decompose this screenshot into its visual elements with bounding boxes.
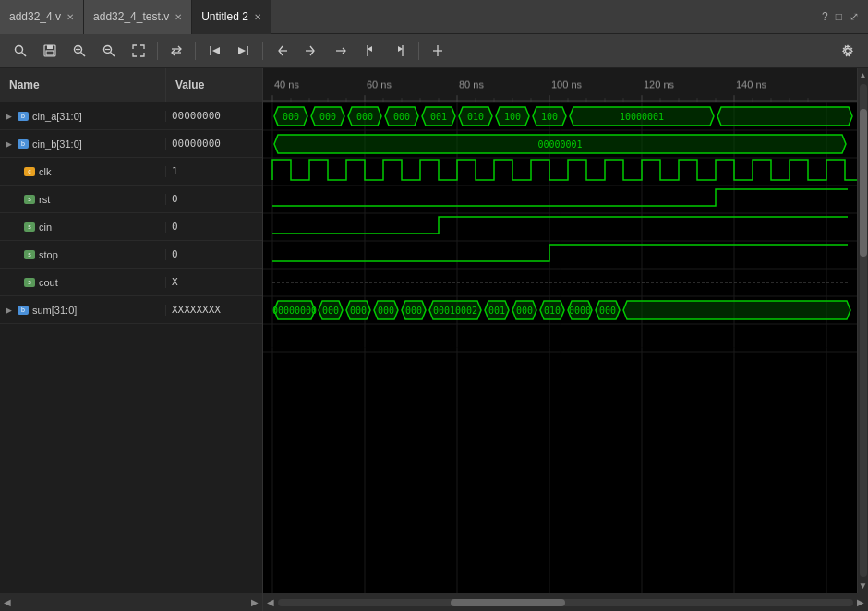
svg-marker-15 [238, 47, 246, 54]
tab-label: add32_4.v [9, 10, 61, 23]
svg-line-6 [81, 53, 86, 57]
scrollbar-area: ◀ ▶ ◀ ▶ [0, 593, 868, 611]
settings-button[interactable] [835, 38, 861, 64]
main-area: Name Value ▶ b cin_a[31:0] 00000000 ▶ [0, 68, 868, 593]
signal-name-cout: s cout [0, 277, 166, 288]
save-button[interactable] [37, 38, 63, 64]
scroll-right-arrow-1[interactable]: ▶ [251, 597, 259, 607]
step-next-button[interactable] [328, 38, 354, 64]
restore-icon[interactable]: □ [836, 10, 842, 23]
signal-row-sum[interactable]: ▶ b sum[31:0] XXXXXXXX [0, 296, 262, 324]
scroll-right-arrow-2[interactable]: ▶ [857, 597, 864, 607]
signal-row-cin-a[interactable]: ▶ b cin_a[31:0] 00000000 [0, 102, 262, 130]
sig-icon: s [24, 195, 35, 204]
svg-point-23 [846, 49, 850, 54]
signal-name-rst: s rst [0, 194, 166, 205]
clk-icon: c [24, 167, 35, 176]
signal-rows: ▶ b cin_a[31:0] 00000000 ▶ b cin_b[31:0]… [0, 102, 262, 593]
signal-name-clk: c clk [0, 166, 166, 177]
toolbar [0, 34, 868, 68]
signal-value-cin-b: 00000000 [166, 138, 262, 150]
signal-value-rst: 0 [166, 193, 262, 205]
sep2 [195, 42, 196, 60]
tab-close-add32-4[interactable]: ✕ [66, 12, 74, 22]
sig-icon: s [24, 278, 35, 287]
tab-close-add32-4-test[interactable]: ✕ [175, 12, 182, 22]
window-controls: ? □ ⤢ [822, 10, 868, 23]
scroll-up-arrow[interactable]: ▲ [857, 68, 868, 82]
svg-line-10 [111, 53, 115, 57]
tab-add32-4[interactable]: add32_4.v ✕ [0, 0, 84, 34]
signal-header: Name Value [0, 68, 262, 102]
tab-close-untitled2[interactable]: ✕ [254, 12, 261, 22]
help-icon[interactable]: ? [822, 10, 828, 23]
marker1-button[interactable] [357, 38, 383, 64]
signal-row-rst[interactable]: s rst 0 [0, 186, 262, 213]
scroll-left-arrow-1[interactable]: ◀ [4, 597, 11, 607]
expand-arrow[interactable]: ▶ [6, 139, 12, 149]
signal-value-cin: 0 [166, 221, 262, 233]
signal-row-cout[interactable]: s cout X [0, 269, 262, 296]
scroll-left-arrow-2[interactable]: ◀ [267, 597, 274, 607]
svg-marker-13 [212, 47, 220, 54]
tab-label: Untitled 2 [201, 10, 248, 23]
vertical-scrollbar[interactable]: ▲ ▼ [857, 68, 868, 593]
signal-panel: Name Value ▶ b cin_a[31:0] 00000000 ▶ [0, 68, 263, 593]
bus-icon: b [18, 139, 29, 149]
signal-row-cin-b[interactable]: ▶ b cin_b[31:0] 00000000 [0, 130, 262, 158]
signal-label: rst [39, 194, 50, 205]
svg-point-0 [16, 46, 23, 54]
sig-icon: s [24, 222, 35, 232]
zoom-in-button[interactable] [66, 38, 92, 64]
svg-rect-4 [46, 51, 54, 55]
signal-header-value: Value [166, 68, 262, 102]
signal-name-cin-a: ▶ b cin_a[31:0] [0, 111, 166, 122]
expand-arrow[interactable]: ▶ [6, 306, 12, 315]
signal-value-clk: 1 [166, 165, 262, 177]
fit-button[interactable] [126, 38, 151, 64]
scrollbar-left: ◀ ▶ [0, 593, 263, 611]
scrollbar-right: ◀ ▶ [263, 593, 868, 611]
signal-row-cin[interactable]: s cin 0 [0, 213, 262, 241]
zoom-out-button[interactable] [96, 38, 122, 64]
signal-row-clk[interactable]: c clk 1 [0, 158, 262, 186]
scroll-down-arrow[interactable]: ▼ [857, 579, 868, 593]
scroll-v-thumb[interactable] [860, 109, 867, 257]
marker2-button[interactable] [387, 38, 413, 64]
waveform-panel: ▲ ▼ [263, 68, 868, 593]
signal-value-sum: XXXXXXXX [166, 304, 262, 316]
maximize-icon[interactable]: ⤢ [850, 10, 859, 23]
search-button[interactable] [7, 38, 33, 64]
titlebar: add32_4.v ✕ add32_4_test.v ✕ Untitled 2 … [0, 0, 868, 34]
step-out-button[interactable] [269, 38, 295, 64]
sep3 [262, 42, 263, 60]
scroll-v-track [860, 84, 867, 577]
svg-rect-3 [47, 45, 53, 49]
sig-icon: s [24, 250, 35, 259]
bus-icon: b [18, 112, 29, 121]
signal-label: clk [39, 166, 51, 177]
waveform-area [263, 102, 857, 593]
signal-value-cin-a: 00000000 [166, 110, 262, 122]
signal-label: sum[31:0] [32, 305, 77, 316]
expand-arrow[interactable]: ▶ [6, 112, 12, 121]
tab-untitled2[interactable]: Untitled 2 ✕ [192, 0, 271, 34]
tab-label: add32_4_test.v [93, 10, 169, 23]
swap-button[interactable] [163, 38, 189, 64]
signal-value-cout: X [166, 276, 262, 288]
timeline [263, 68, 857, 102]
sep4 [418, 42, 419, 60]
signal-row-stop[interactable]: s stop 0 [0, 241, 262, 269]
tab-add32-4-test[interactable]: add32_4_test.v ✕ [84, 0, 192, 34]
svg-line-1 [22, 53, 27, 57]
scroll-h-thumb[interactable] [451, 599, 566, 606]
signal-header-name: Name [0, 68, 166, 102]
signal-label: cout [39, 277, 58, 288]
end-button[interactable] [231, 38, 257, 64]
signal-name-cin: s cin [0, 222, 166, 233]
begin-button[interactable] [201, 38, 227, 64]
signal-value-stop: 0 [166, 248, 262, 260]
step-in-button[interactable] [298, 38, 324, 64]
signal-name-sum: ▶ b sum[31:0] [0, 305, 166, 316]
marker3-button[interactable] [425, 38, 451, 64]
